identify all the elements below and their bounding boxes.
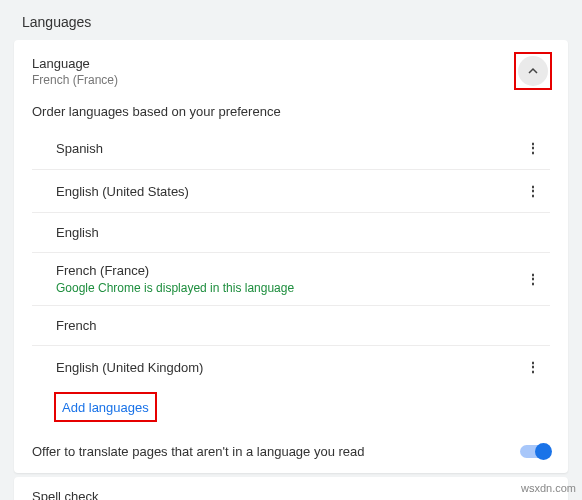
watermark: wsxdn.com [521, 482, 576, 494]
more-icon[interactable]: ⋮ [524, 139, 542, 157]
more-icon[interactable]: ⋮ [524, 182, 542, 200]
more-icon[interactable]: ⋮ [524, 270, 542, 288]
language-header-row: Language French (France) [14, 40, 568, 102]
current-language: French (France) [32, 73, 118, 87]
order-instruction: Order languages based on your preference [14, 102, 568, 127]
language-note: Google Chrome is displayed in this langu… [56, 281, 294, 295]
list-item: French [32, 306, 550, 346]
add-language-button[interactable]: Add languages [62, 400, 149, 415]
language-label: Language [32, 56, 118, 71]
language-name: Spanish [56, 141, 103, 156]
language-name: English (United States) [56, 184, 189, 199]
language-list: Spanish ⋮ English (United States) ⋮ Engl… [14, 127, 568, 382]
translate-toggle[interactable] [520, 445, 550, 458]
spellcheck-label: Spell check [32, 489, 98, 500]
add-language-highlight: Add languages [54, 392, 157, 422]
chevron-up-icon [528, 66, 538, 76]
language-name: English (United Kingdom) [56, 360, 203, 375]
spellcheck-card: Spell check Spanish [14, 477, 568, 500]
list-item: French (France) Google Chrome is display… [32, 253, 550, 306]
list-item: English (United States) ⋮ [32, 170, 550, 213]
list-item: English (United Kingdom) ⋮ [32, 346, 550, 382]
more-icon[interactable]: ⋮ [524, 358, 542, 376]
language-name: English [56, 225, 99, 240]
language-name: French (France) [56, 263, 294, 278]
add-language-row: Add languages [14, 382, 568, 436]
collapse-button[interactable] [518, 56, 548, 86]
list-item: Spanish ⋮ [32, 127, 550, 170]
page-title: Languages [14, 14, 568, 30]
translate-row: Offer to translate pages that aren't in … [14, 436, 568, 473]
spellcheck-row[interactable]: Spell check Spanish [14, 477, 568, 500]
languages-card: Language French (France) Order languages… [14, 40, 568, 473]
collapse-highlight [514, 52, 552, 90]
language-name: French [56, 318, 96, 333]
list-item: English [32, 213, 550, 253]
translate-label: Offer to translate pages that aren't in … [32, 444, 365, 459]
